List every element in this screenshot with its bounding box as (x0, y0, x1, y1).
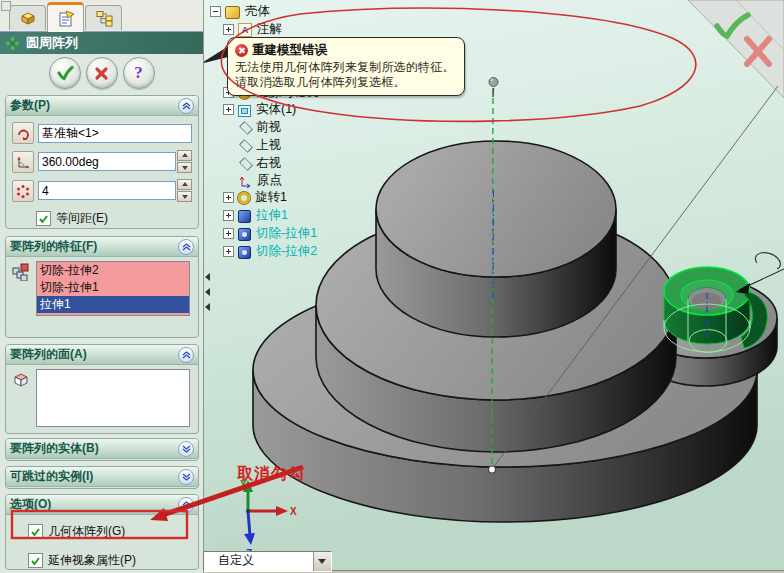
tree-item-cut-extrude2[interactable]: 切除-拉伸2 (223, 243, 317, 260)
balloon-body: 无法使用几何体阵列来复制所选的特征。请取消选取几何体阵列复选框。 (235, 60, 457, 90)
features-to-pattern-icon (12, 263, 30, 281)
help-button[interactable]: ? (123, 57, 155, 89)
section-bodies-header[interactable]: 要阵列的实体(B) (6, 439, 198, 459)
cancel-button[interactable] (86, 57, 118, 89)
count-spinner[interactable] (177, 179, 192, 202)
boss-extrude-icon (238, 210, 251, 223)
count-input[interactable] (38, 181, 176, 200)
collapse-chevron-icon[interactable] (178, 98, 194, 114)
checkbox-checked-icon[interactable] (36, 211, 51, 226)
rebuild-error-balloon: 重建模型错误 无法使用几何体阵列来复制所选的特征。请取消选取几何体阵列复选框。 (227, 37, 465, 96)
property-manager-panel: 圆周阵列 ? 参数(P) (0, 0, 204, 573)
expand-icon[interactable] (223, 104, 234, 115)
view-orientation-combobox[interactable]: 自定义 (203, 551, 332, 572)
collapse-chevron-icon[interactable] (178, 497, 194, 513)
ok-button[interactable] (49, 57, 81, 89)
view-orientation-value: 自定义 (204, 552, 313, 571)
tree-item-top-plane[interactable]: 上视 (223, 137, 281, 154)
section-features: 要阵列的特征(F) 切除-拉伸2 切除-拉伸1 拉伸1 (5, 236, 199, 338)
geometry-pattern-row[interactable]: 几何体阵列(G) (28, 523, 198, 540)
expand-icon[interactable] (223, 246, 234, 257)
tree-item-right-plane[interactable]: 右视 (223, 155, 281, 172)
checkbox-checked-icon[interactable] (28, 524, 43, 539)
tab-feature-manager[interactable] (9, 5, 46, 30)
tree-item-front-plane[interactable]: 前视 (223, 119, 281, 136)
axis-input[interactable] (38, 124, 192, 143)
revolve-icon (238, 192, 250, 204)
collapse-chevron-icon[interactable] (178, 239, 194, 255)
expand-icon[interactable] (223, 24, 234, 35)
section-skipped: 可跳过的实例(I) (5, 466, 199, 489)
pattern-axis-icon (12, 122, 34, 144)
tree-item-cut-extrude1[interactable]: 切除-拉伸1 (223, 225, 317, 242)
panel-buttons: ? (0, 57, 203, 93)
collapse-expander-icon[interactable] (210, 6, 221, 17)
tab-configuration-manager[interactable] (85, 5, 122, 30)
checkbox-checked-icon[interactable] (28, 553, 43, 568)
section-options-header[interactable]: 选项(O) (6, 495, 198, 515)
tree-item-revolve1[interactable]: 旋转1 (223, 189, 287, 206)
section-features-header[interactable]: 要阵列的特征(F) (6, 237, 198, 257)
plane-icon (239, 121, 253, 135)
solid-bodies-icon (238, 105, 251, 117)
expand-icon[interactable] (223, 192, 234, 203)
panel-header: 圆周阵列 (0, 32, 203, 54)
triad-x-label: X (290, 506, 297, 517)
window-splitter-box[interactable] (1, 1, 11, 11)
expand-icon[interactable] (223, 210, 234, 221)
tree-item-solid-bodies[interactable]: 实体(1) (223, 101, 296, 118)
part-icon (19, 10, 37, 26)
angle-spinner[interactable] (177, 150, 192, 173)
tree-item-extrude1[interactable]: 拉伸1 (223, 207, 288, 224)
section-skipped-header[interactable]: 可跳过的实例(I) (6, 467, 198, 487)
angle-input[interactable] (38, 152, 176, 171)
plane-icon (239, 157, 253, 171)
dropdown-arrow-icon[interactable] (313, 552, 331, 571)
tree-item-origin[interactable]: 原点 (223, 172, 282, 189)
annotations-icon: A (238, 23, 252, 37)
origin-icon (238, 174, 252, 188)
features-listbox[interactable]: 切除-拉伸2 切除-拉伸1 拉伸1 (36, 261, 190, 316)
tree-item-root[interactable]: 壳体 (210, 3, 270, 20)
instance-count-icon (12, 180, 34, 202)
faces-to-pattern-icon (12, 371, 30, 389)
equal-spacing-row[interactable]: 等间距(E) (36, 210, 198, 227)
tab-property-manager[interactable] (47, 2, 84, 32)
list-item-selected[interactable]: 拉伸1 (37, 296, 189, 313)
section-options: 选项(O) 几何体阵列(G) 延伸视象属性(P) (5, 494, 199, 570)
panel-title: 圆周阵列 (26, 34, 78, 52)
part-icon (225, 6, 240, 19)
balloon-title: 重建模型错误 (252, 42, 327, 59)
list-item[interactable]: 切除-拉伸1 (37, 279, 189, 296)
cut-extrude-icon (238, 228, 251, 241)
section-parameters-header[interactable]: 参数(P) (6, 96, 198, 116)
tree-item-annotations[interactable]: A 注解 (223, 21, 282, 38)
section-faces-header[interactable]: 要阵列的面(A) (6, 345, 198, 365)
list-item[interactable]: 切除-拉伸2 (37, 262, 189, 279)
axis-bottom-point (489, 466, 496, 473)
circular-pattern-icon (4, 35, 21, 52)
collapse-chevron-icon[interactable] (178, 347, 194, 363)
expand-chevron-icon[interactable] (178, 469, 194, 485)
property-manager-icon (57, 10, 75, 27)
faces-listbox[interactable] (36, 369, 190, 427)
triad-y-label: Y (240, 479, 247, 490)
panel-tab-bar (0, 0, 203, 33)
cut-extrude-icon (238, 246, 251, 259)
section-faces: 要阵列的面(A) (5, 344, 199, 434)
configurations-icon (95, 10, 113, 27)
plane-icon (239, 139, 253, 153)
solidworks-window: Y X Z 壳体 A 注解 光源与相机 实体 (0, 0, 784, 573)
propagate-visual-row[interactable]: 延伸视象属性(P) (28, 552, 198, 569)
section-bodies: 要阵列的实体(B) (5, 438, 199, 461)
angle-icon (12, 151, 34, 173)
section-parameters: 参数(P) 等间距(E) (5, 95, 199, 229)
expand-icon[interactable] (223, 228, 234, 239)
expand-chevron-icon[interactable] (178, 441, 194, 457)
error-icon (235, 44, 248, 57)
